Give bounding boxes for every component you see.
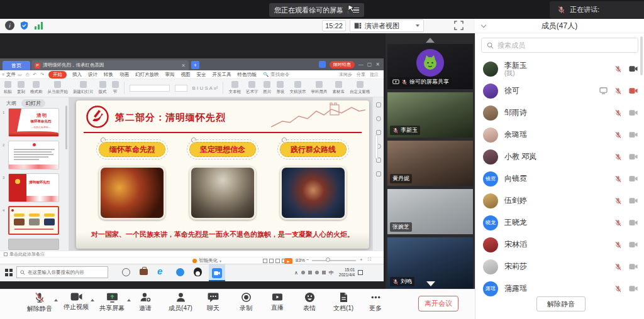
camera-icon[interactable] xyxy=(629,65,638,72)
camera-icon[interactable] xyxy=(629,131,638,138)
camera-icon[interactable] xyxy=(629,263,638,270)
tray-icon[interactable] xyxy=(308,271,312,274)
mic-muted-icon[interactable] xyxy=(614,241,622,249)
qq-icon[interactable] xyxy=(194,268,202,276)
ribbon-tool[interactable]: 素材库 xyxy=(332,81,345,95)
toolbar-share-screen[interactable]: 共享屏幕 xyxy=(94,292,130,313)
toolbar-more[interactable]: 更多 xyxy=(358,292,393,313)
ribbon-tool[interactable]: 艺术字 xyxy=(246,81,258,95)
smart-beautify-button[interactable]: 智能美化 ▾ xyxy=(192,257,221,264)
member-row[interactable]: 小教 邓岚 xyxy=(475,146,644,168)
format-buttons[interactable]: B I U S A x² xyxy=(192,85,218,91)
slide-thumbnail-2[interactable] xyxy=(8,141,59,170)
new-tab-button[interactable]: + xyxy=(191,61,199,69)
unmute-button[interactable]: 解除静音 xyxy=(536,296,586,311)
wps-status-action[interactable]: 分享 xyxy=(357,72,365,78)
meeting-app-taskbar-icon[interactable] xyxy=(209,264,225,281)
app-icon[interactable] xyxy=(176,268,184,276)
member-row[interactable]: 李新玉 (我) xyxy=(475,58,644,80)
slide-scrollbar[interactable] xyxy=(375,135,378,159)
tab-slides[interactable]: 幻灯片 xyxy=(21,99,45,107)
slide-thumbnail-4-selected[interactable] xyxy=(8,206,59,235)
mic-options-caret[interactable] xyxy=(54,299,58,301)
slide-thumbnail-5[interactable] xyxy=(8,239,59,250)
wps-home-tab[interactable]: 首页 xyxy=(3,61,30,70)
camera-icon[interactable] xyxy=(629,109,638,116)
toolbar-invite[interactable]: 邀请 xyxy=(128,292,163,313)
camera-icon[interactable] xyxy=(629,241,638,248)
wps-menu-item[interactable]: 转换 xyxy=(104,72,113,78)
ribbon-tool[interactable]: 从当前开始 xyxy=(48,81,69,95)
store-icon[interactable] xyxy=(140,269,148,275)
minimize-icon[interactable]: — xyxy=(358,62,364,67)
ime-indicator[interactable]: 中 xyxy=(329,269,334,276)
scroll-videos-up-arrow[interactable] xyxy=(426,38,435,43)
wps-menu-item[interactable]: 开发工具 xyxy=(213,72,231,78)
toolbar-emoji[interactable]: 表情 xyxy=(292,292,327,313)
side-tool-icon[interactable] xyxy=(376,102,381,107)
toolbar-live[interactable]: 直播 xyxy=(260,292,295,312)
mic-muted-icon[interactable] xyxy=(614,131,622,139)
edge-browser-icon[interactable]: e xyxy=(157,266,162,276)
mic-muted-icon[interactable] xyxy=(614,219,622,227)
mic-muted-icon[interactable] xyxy=(614,263,622,271)
print-icon[interactable]: ⎙ xyxy=(26,72,30,77)
mic-muted-icon[interactable] xyxy=(614,109,622,117)
member-row[interactable]: 镜霓 向镜霓 xyxy=(475,168,644,190)
tray-icon[interactable] xyxy=(301,271,305,274)
video-tile[interactable]: 李新玉 xyxy=(387,92,473,138)
find-command[interactable]: 查找命令 xyxy=(270,72,289,78)
video-tile[interactable]: 张婉芝 xyxy=(387,189,473,234)
save-icon[interactable]: ▭ xyxy=(18,72,22,77)
member-row[interactable]: 晓龙 王晓龙 xyxy=(475,212,644,234)
notification-center-icon[interactable] xyxy=(358,270,363,275)
wps-status-action[interactable]: 批注 xyxy=(370,72,379,78)
security-shield-icon[interactable] xyxy=(19,21,29,30)
mic-muted-icon[interactable] xyxy=(614,65,622,73)
side-tool-icon[interactable] xyxy=(376,130,381,135)
slide-thumbnail-1[interactable]: 清 明 缅怀革命先烈 —传承红色基因— xyxy=(8,108,59,137)
ribbon-tool[interactable]: 文本框 xyxy=(228,81,241,95)
toolbar-stop-video[interactable]: 停止视频 xyxy=(58,292,94,311)
ribbon-tool[interactable]: 复制 xyxy=(17,81,25,95)
member-row[interactable]: 宋莉莎 xyxy=(475,256,644,278)
network-signal-icon[interactable] xyxy=(35,21,43,30)
tab-outline[interactable]: 大纲 xyxy=(6,100,16,107)
maximize-icon[interactable]: ▢ xyxy=(367,62,372,67)
ribbon-tool[interactable]: 新建幻灯片 xyxy=(73,81,94,95)
member-search-input[interactable]: 搜索成员 xyxy=(481,38,638,53)
mic-muted-icon[interactable] xyxy=(614,285,622,293)
mic-muted-icon[interactable] xyxy=(614,197,622,205)
thumbnail-scrollbar[interactable] xyxy=(65,105,67,149)
windows-start-button[interactable] xyxy=(5,269,13,276)
view-mode-button[interactable]: 演讲者视图 xyxy=(350,19,424,32)
camera-icon[interactable] xyxy=(629,175,638,182)
wps-promo-button[interactable]: 限时特惠 xyxy=(330,61,355,68)
ribbon-tool[interactable]: 粘贴 xyxy=(4,81,12,95)
member-row[interactable]: 伍剑婷 xyxy=(475,190,644,212)
wps-menu-item[interactable]: 设计 xyxy=(88,72,97,78)
close-tab-icon[interactable]: ✕ xyxy=(181,63,186,68)
wps-status-action[interactable]: 未同步 xyxy=(339,72,352,78)
member-row[interactable]: 邹雨诗 xyxy=(475,102,644,124)
member-row[interactable]: 宋林滔 xyxy=(475,234,644,256)
ribbon-tool[interactable]: 版式 xyxy=(99,81,107,95)
video-tile-screen-share[interactable]: 徐可的屏幕共享 xyxy=(387,44,473,89)
ribbon-tool[interactable]: 形状 xyxy=(276,81,284,95)
toolbar-record[interactable]: 录制 xyxy=(228,292,264,313)
ribbon-tool[interactable]: 学科用具 xyxy=(311,81,327,95)
tray-icon[interactable] xyxy=(315,271,319,274)
ribbon-tool[interactable]: 节 xyxy=(112,81,119,95)
ribbon-tool[interactable]: 自定义窗格 xyxy=(350,81,370,95)
camera-icon[interactable] xyxy=(629,285,638,292)
wps-menu-item[interactable]: 特色功能 xyxy=(238,72,257,78)
ribbon-tool[interactable]: 图片 xyxy=(263,81,271,95)
tray-expand-icon[interactable]: ∧ xyxy=(294,270,298,276)
slide-thumbnail-3[interactable]: 清明缅怀先烈 xyxy=(8,173,59,202)
side-tool-icon[interactable] xyxy=(376,116,381,121)
scroll-videos-down-arrow[interactable] xyxy=(426,281,435,286)
video-tile[interactable]: 黄丹妮 xyxy=(387,141,473,186)
wps-menu-item[interactable]: 安全 xyxy=(197,72,206,78)
camera-icon[interactable] xyxy=(629,153,638,160)
close-icon[interactable]: ✕ xyxy=(375,62,380,67)
